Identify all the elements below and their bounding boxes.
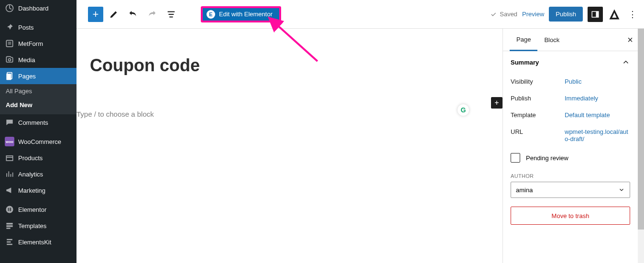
sidebar-item-media[interactable]: Media <box>0 52 76 68</box>
visibility-label: Visibility <box>511 78 565 85</box>
publish-button[interactable]: Publish <box>549 7 583 22</box>
sidebar-item-elementor[interactable]: Elementor <box>0 201 76 218</box>
author-value: amina <box>516 186 533 194</box>
edit-mode-button[interactable] <box>105 6 122 23</box>
more-options-button[interactable]: ⋮ <box>626 6 639 23</box>
close-panel-button[interactable]: × <box>627 34 633 45</box>
svg-rect-9 <box>10 209 11 210</box>
svg-rect-8 <box>10 208 11 209</box>
media-icon <box>5 55 14 65</box>
block-placeholder[interactable]: Type / to choose a block <box>76 110 154 118</box>
publish-row: Publish Immediately <box>503 90 638 107</box>
elementskit-icon <box>5 237 14 247</box>
sidebar-label: Dashboard <box>18 5 49 12</box>
saved-label: Saved <box>500 11 517 18</box>
summary-label: Summary <box>511 59 539 66</box>
sidebar-item-posts[interactable]: Posts <box>0 19 76 35</box>
publish-label: Publish <box>511 95 565 102</box>
visibility-row: Visibility Public <box>503 73 638 90</box>
editor-toolbar: + E Edit with Elementor Saved Preview Pu… <box>76 0 644 29</box>
chevron-up-icon <box>622 58 630 66</box>
woo-icon: woo <box>5 137 14 146</box>
url-label: URL <box>511 128 565 142</box>
settings-panel: Page Block × Summary Visibility Public P… <box>502 29 638 263</box>
sidebar-item-elementskit[interactable]: ElementsKit <box>0 234 76 250</box>
move-to-trash-button[interactable]: Move to trash <box>511 207 630 225</box>
sidebar-item-pages[interactable]: Pages <box>0 68 76 84</box>
preview-link[interactable]: Preview <box>522 11 544 18</box>
url-row: URL wpmet-testing.local/auto-draft/ <box>503 123 638 147</box>
sidebar-item-woocommerce[interactable]: woo WooCommerce <box>0 133 76 150</box>
svg-rect-13 <box>6 228 10 229</box>
form-icon <box>5 39 14 48</box>
pages-icon <box>5 71 14 81</box>
sidebar-item-comments[interactable]: Comments <box>0 114 76 131</box>
sidebar-label: WooCommerce <box>18 138 61 145</box>
template-row: Template Default template <box>503 107 638 123</box>
sidebar-label: Products <box>18 154 43 162</box>
sidebar-label: MetForm <box>18 40 43 47</box>
svg-rect-5 <box>6 156 12 161</box>
sidebar-label: Comments <box>18 119 48 126</box>
edit-with-elementor-button[interactable]: E Edit with Elementor <box>201 6 281 22</box>
redo-button[interactable] <box>143 6 161 23</box>
author-select[interactable]: amina <box>511 182 630 198</box>
tab-block[interactable]: Block <box>537 30 566 50</box>
sidebar-item-dashboard[interactable]: Dashboard <box>0 0 76 16</box>
svg-rect-10 <box>10 210 11 211</box>
sidebar-item-analytics[interactable]: Analytics <box>0 166 76 182</box>
sidebar-sub-all-pages[interactable]: All Pages <box>0 84 76 98</box>
page-title[interactable]: Coupon code <box>76 29 502 76</box>
svg-rect-15 <box>596 11 599 17</box>
sidebar-item-templates[interactable]: Templates <box>0 218 76 234</box>
astra-icon[interactable] <box>608 8 621 21</box>
pin-icon <box>5 22 14 32</box>
megaphone-icon <box>5 186 14 195</box>
template-value[interactable]: Default template <box>565 111 630 119</box>
tab-page[interactable]: Page <box>510 29 537 51</box>
summary-section-toggle[interactable]: Summary <box>503 51 638 73</box>
publish-value[interactable]: Immediately <box>565 95 630 102</box>
editor-canvas: Coupon code G Type / to choose a block + <box>76 29 502 263</box>
sidebar-item-products[interactable]: Products <box>0 150 76 166</box>
template-label: Template <box>511 111 565 119</box>
document-overview-button[interactable] <box>163 6 180 23</box>
svg-rect-11 <box>6 223 12 224</box>
svg-rect-7 <box>8 208 9 211</box>
url-value[interactable]: wpmet-testing.local/auto-draft/ <box>565 128 630 142</box>
sidebar-label: Templates <box>18 222 46 230</box>
page-scrollbar[interactable] <box>638 29 644 263</box>
undo-button[interactable] <box>124 6 142 23</box>
add-block-button[interactable]: + <box>88 7 103 22</box>
sidebar-item-marketing[interactable]: Marketing <box>0 182 76 198</box>
sidebar-sub-add-new[interactable]: Add New <box>0 98 76 114</box>
visibility-value[interactable]: Public <box>565 78 630 85</box>
sidebar-item-metform[interactable]: MetForm <box>0 35 76 52</box>
products-icon <box>5 153 14 163</box>
elementor-icon <box>5 205 14 214</box>
add-block-inline-button[interactable]: + <box>491 97 502 109</box>
panel-tabs: Page Block × <box>503 29 638 51</box>
pending-review-checkbox[interactable] <box>511 153 520 163</box>
sidebar-label: Media <box>18 56 35 64</box>
settings-sidebar-toggle[interactable] <box>588 7 603 22</box>
dashboard-icon <box>5 3 14 13</box>
author-heading: Author <box>503 168 638 182</box>
svg-rect-4 <box>6 74 11 80</box>
templates-icon <box>5 221 14 230</box>
sidebar-label: Elementor <box>18 206 46 213</box>
sidebar-label: Posts <box>18 24 34 31</box>
elementor-badge-icon: E <box>207 10 215 19</box>
sidebar-label: Pages <box>18 73 36 80</box>
chevron-down-icon <box>618 186 625 193</box>
sidebar-label: Marketing <box>18 187 45 194</box>
sidebar-label: ElementsKit <box>18 239 51 246</box>
sidebar-label: Analytics <box>18 171 43 178</box>
svg-point-2 <box>9 59 11 61</box>
pending-review-row: Pending review <box>503 147 638 168</box>
svg-rect-12 <box>6 225 12 227</box>
elementor-button-label: Edit with Elementor <box>219 11 273 18</box>
saved-status: Saved <box>490 11 517 18</box>
admin-sidebar: Dashboard Posts MetForm Media Pages All … <box>0 0 76 263</box>
pending-review-label: Pending review <box>526 154 568 162</box>
